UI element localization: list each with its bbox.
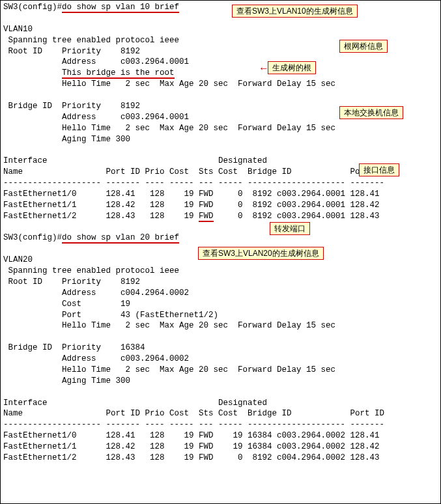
vlan20-root-priority: Root ID Priority 8192 xyxy=(3,277,140,287)
vlan10-root-priority: Root ID Priority 8192 xyxy=(3,47,140,56)
vlan10-bridge-address: Address c003.2964.0001 xyxy=(3,113,189,122)
vlan10-proto: Spanning tree enabled protocol ieee xyxy=(3,36,179,45)
table-row: FastEthernet1/0 128.41 128 19 FWD 19 163… xyxy=(3,431,380,440)
vlan20-bridge-aging: Aging Time 300 xyxy=(3,376,130,385)
vlan20-bridge-priority: Bridge ID Priority 16384 xyxy=(3,343,145,352)
vlan10-table-hdr1: Interface Designated xyxy=(3,156,267,165)
table-row: FastEthernet1/0 128.41 128 19 FWD 0 8192… xyxy=(3,189,380,199)
table-row: FastEthernet1/1 128.42 128 19 FWD 0 8192… xyxy=(3,201,380,210)
fwd-cell: FWD xyxy=(199,212,214,222)
vlan20-name: VLAN20 xyxy=(3,255,33,264)
vlan10-root-hello: Hello Time 2 sec Max Age 20 sec Forward … xyxy=(3,79,335,89)
prompt: SW3(config)# xyxy=(3,3,62,12)
table-row: FastEthernet1/1 128.42 128 19 FWD 19 163… xyxy=(3,442,380,451)
command-text: do show sp vlan 10 brief xyxy=(62,3,179,13)
prompt: SW3(config)# xyxy=(3,233,62,242)
vlan20-table-sep: -------------------- ------- ---- ----- … xyxy=(3,420,384,429)
vlan20-table-hdr2: Name Port ID Prio Cost Sts Cost Bridge I… xyxy=(3,409,384,418)
vlan10-table-hdr2: Name Port ID Prio Cost Sts Cost Bridge I… xyxy=(3,167,384,176)
vlan20-table-hdr1: Interface Designated xyxy=(3,399,267,408)
vlan20-root-cost: Cost 19 xyxy=(3,300,130,309)
vlan10-table-sep: -------------------- ------- ---- ----- … xyxy=(3,178,384,188)
label-root-bridge-info: 根网桥信息 xyxy=(339,40,388,53)
label-interface-info: 接口信息 xyxy=(359,163,399,176)
vlan20-bridge-hello: Hello Time 2 sec Max Age 20 sec Forward … xyxy=(3,365,335,374)
command-text: do show sp vlan 20 brief xyxy=(62,233,179,244)
label-root-of-tree: 生成树的根 xyxy=(268,61,316,74)
table-row: FastEthernet1/2 128.43 128 19 xyxy=(3,212,199,221)
vlan10-bridge-priority: Bridge ID Priority 8192 xyxy=(3,102,140,111)
vlan10-bridge-hello: Hello Time 2 sec Max Age 20 sec Forward … xyxy=(3,124,335,133)
label-forward-port: 转发端口 xyxy=(270,222,310,235)
vlan20-root-port: Port 43 (FastEthernet1/2) xyxy=(3,311,218,320)
vlan20-bridge-address: Address c003.2964.0002 xyxy=(3,354,189,363)
vlan20-root-hello: Hello Time 2 sec Max Age 20 sec Forward … xyxy=(3,321,335,330)
vlan20-proto: Spanning tree enabled protocol ieee xyxy=(3,266,179,275)
vlan10-bridge-aging: Aging Time 300 xyxy=(3,135,130,144)
label-view-vlan20: 查看SW3上VLAN20的生成树信息 xyxy=(198,247,324,260)
label-local-switch-info: 本地交换机信息 xyxy=(339,106,403,119)
arrow-left-icon: ← xyxy=(259,63,269,74)
vlan10-root-thisbridge-pfx xyxy=(3,68,62,77)
vlan20-root-address: Address c004.2964.0002 xyxy=(3,288,189,298)
label-view-vlan10: 查看SW3上VLAN10的生成树信息 xyxy=(232,5,358,18)
cli-block: SW3(config)#do show sp vlan 10 brief VLA… xyxy=(1,1,440,465)
table-row: FastEthernet1/2 128.43 128 19 FWD 0 8192… xyxy=(3,453,380,462)
terminal-output: SW3(config)#do show sp vlan 10 brief VLA… xyxy=(0,0,441,504)
vlan10-root-thisbridge: This bridge is the root xyxy=(62,68,175,79)
vlan10-root-address: Address c003.2964.0001 xyxy=(3,57,189,66)
vlan10-name: VLAN10 xyxy=(3,25,33,34)
table-row: 0 8192 c003.2964.0001 128.43 xyxy=(214,212,380,221)
